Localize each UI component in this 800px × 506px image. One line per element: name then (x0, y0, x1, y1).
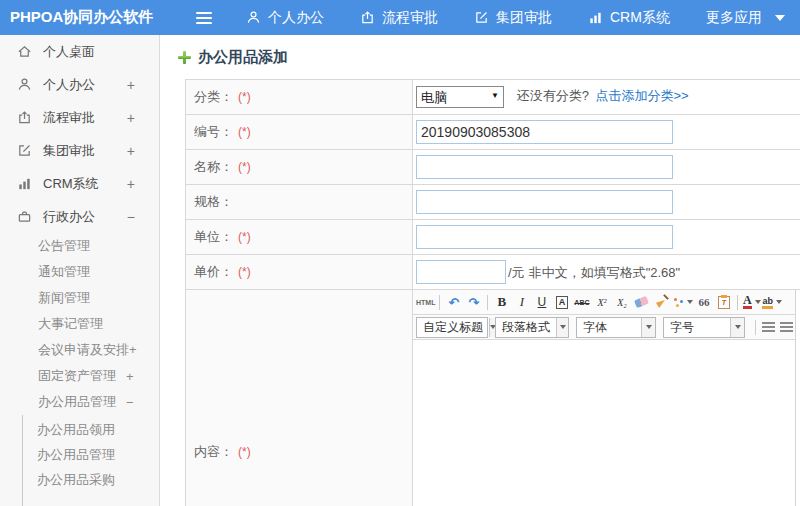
nav-personal-office[interactable]: 个人办公 (246, 9, 324, 27)
sidebar-item-personal-office[interactable]: 个人办公 + (0, 68, 159, 101)
sidebar-label: 行政办公 (43, 208, 95, 226)
paste-plain-button[interactable]: T (714, 293, 733, 312)
home-icon (17, 44, 32, 59)
editor-toolbar-row1: HTML ↶ ↷ B I U A ABC X² X₂ (413, 290, 795, 315)
name-input[interactable] (416, 155, 673, 179)
user-icon (246, 10, 261, 25)
source-code-button[interactable]: HTML (416, 293, 435, 312)
editor-content-area[interactable] (413, 340, 795, 506)
font-color-button[interactable]: A (742, 293, 761, 312)
sidebar-label: 新闻管理 (38, 289, 90, 307)
category-hint: 还没有分类? (517, 88, 589, 103)
nav-flow-approval[interactable]: 流程审批 (360, 9, 438, 27)
sidebar-item-news-mgmt[interactable]: 新闻管理 (0, 285, 159, 311)
required-mark: (*) (238, 445, 251, 459)
format-painter-button[interactable] (652, 293, 671, 312)
font-family-dropdown[interactable]: 字体 (576, 317, 656, 338)
group-approve-icon (474, 10, 489, 25)
caret-down-icon (776, 300, 782, 304)
page-title: 办公用品添加 (178, 48, 800, 67)
brand-logo: PHPOA协同办公软件 (0, 8, 160, 27)
font-size-dropdown[interactable]: 字号 (663, 317, 745, 338)
auto-typeset-button[interactable] (672, 293, 693, 312)
sidebar-item-office-supplies-mgmt[interactable]: 办公用品管理 − (0, 389, 159, 415)
sidebar-item-notice-mgmt[interactable]: 通知管理 (0, 259, 159, 285)
sidebar-item-flow-approval[interactable]: 流程审批 + (0, 101, 159, 134)
subscript-button[interactable]: X₂ (612, 293, 631, 312)
redo-button[interactable]: ↷ (464, 293, 483, 312)
sidebar-item-group-approval[interactable]: 集团审批 + (0, 134, 159, 167)
caret-down-icon (775, 15, 785, 21)
price-input[interactable] (416, 260, 506, 284)
expand-icon: + (127, 110, 135, 126)
spec-label: 规格： (194, 194, 233, 209)
underline-button[interactable]: U (532, 293, 551, 312)
spec-input[interactable] (416, 190, 673, 214)
remove-format-button[interactable] (632, 293, 651, 312)
form-row-price: 单价：(*) /元非中文，如填写格式"2.68" (186, 255, 800, 290)
sidebar-label: 个人桌面 (43, 43, 95, 61)
sidebar-item-meeting-mgmt[interactable]: 会议申请及安排+ (0, 337, 159, 363)
sidebar-item-crm[interactable]: CRM系统 + (0, 167, 159, 200)
align-left-button[interactable] (762, 322, 775, 332)
sidebar-label: 办公用品领用 (37, 421, 115, 439)
sidebar-label: 固定资产管理 (38, 367, 116, 385)
sidebar-item-desktop[interactable]: 个人桌面 (0, 35, 159, 68)
broom-icon (655, 295, 669, 309)
align-center-button[interactable] (780, 322, 793, 332)
price-unit-suffix: /元 (508, 265, 525, 280)
italic-button[interactable]: I (512, 293, 531, 312)
crm-chart-icon (588, 10, 603, 25)
code-input[interactable] (416, 120, 673, 144)
crm-chart-icon (17, 176, 32, 191)
bold-button[interactable]: B (492, 293, 511, 312)
form-row-name: 名称：(*) (186, 150, 800, 185)
superscript-button[interactable]: X² (592, 293, 611, 312)
expand-icon: + (127, 143, 135, 159)
sidebar-label: 公告管理 (38, 237, 90, 255)
sidebar-item-supplies-purchase[interactable]: 办公用品采购 (23, 467, 159, 492)
sidebar-item-supplies-requisition[interactable]: 办公用品领用 (23, 417, 159, 442)
unit-input[interactable] (416, 225, 673, 249)
char-border-button[interactable]: A (552, 293, 571, 312)
form-row-spec: 规格： (186, 185, 800, 220)
sidebar-item-supplies-manage[interactable]: 办公用品管理 (23, 442, 159, 467)
nav-crm-system[interactable]: CRM系统 (588, 9, 670, 27)
add-category-link[interactable]: 点击添加分类>> (595, 88, 688, 103)
required-mark: (*) (238, 265, 251, 279)
sidebar-label: 办公用品采购 (37, 471, 115, 489)
caret-down-icon (556, 318, 568, 337)
sidebar-label: CRM系统 (43, 175, 99, 193)
undo-button[interactable]: ↶ (444, 293, 463, 312)
name-label: 名称： (194, 159, 233, 174)
hamburger-menu-icon[interactable] (196, 12, 212, 24)
toolbar-separator (737, 295, 738, 310)
nav-more-apps[interactable]: 更多应用 (706, 9, 785, 27)
sidebar: 个人桌面 个人办公 + 流程审批 + 集团审批 + (0, 35, 160, 506)
paragraph-format-dropdown[interactable]: 段落格式 (495, 317, 569, 338)
collapse-icon: − (127, 209, 135, 225)
toolbar-separator (755, 320, 756, 335)
strikethrough-button[interactable]: ABC (572, 293, 591, 312)
toolbar-separator (439, 295, 440, 310)
form-row-code: 编号：(*) (186, 115, 800, 150)
sidebar-label: 集团审批 (43, 142, 95, 160)
category-select[interactable]: 电脑 (416, 86, 504, 108)
form-row-unit: 单位：(*) (186, 220, 800, 255)
magic-wand-icon (672, 296, 684, 308)
nav-label: 更多应用 (706, 9, 762, 27)
sidebar-item-announcement-mgmt[interactable]: 公告管理 (0, 233, 159, 259)
blockquote-button[interactable]: 66 (694, 293, 713, 312)
nav-group-approval[interactable]: 集团审批 (474, 9, 552, 27)
nav-label: 流程审批 (382, 9, 438, 27)
flow-approve-icon (360, 10, 375, 25)
custom-heading-dropdown[interactable]: 自定义标题 (416, 317, 488, 338)
sidebar-label: 办公用品管理 (38, 393, 116, 411)
content-label: 内容： (194, 444, 233, 459)
sidebar-item-fixed-assets-mgmt[interactable]: 固定资产管理 + (0, 363, 159, 389)
sidebar-item-admin-office[interactable]: 行政办公 − (0, 200, 159, 233)
expand-icon: + (127, 176, 135, 192)
background-color-button[interactable]: ab (762, 293, 782, 312)
caret-down-icon (641, 318, 655, 337)
sidebar-item-events-mgmt[interactable]: 大事记管理 (0, 311, 159, 337)
